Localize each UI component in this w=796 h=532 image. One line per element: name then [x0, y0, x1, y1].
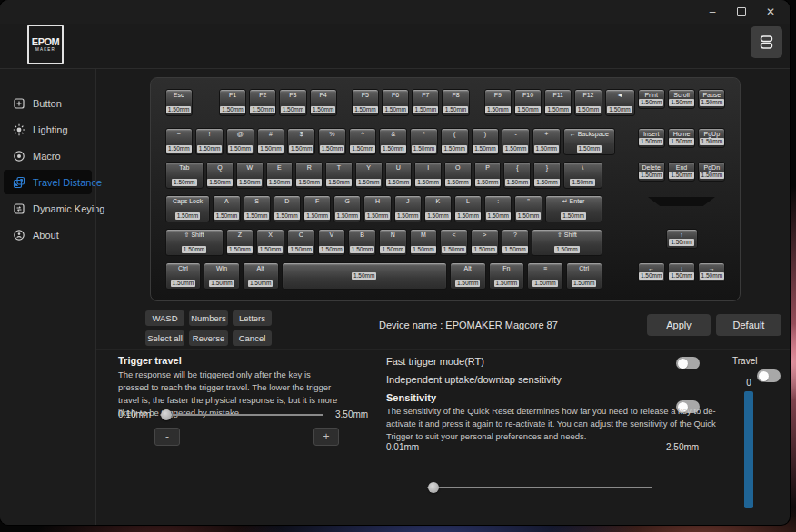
- key-dollar[interactable]: $1.50mm: [287, 128, 315, 155]
- key-f12[interactable]: F121.50mm: [574, 89, 602, 116]
- key-r[interactable]: R1.50mm: [295, 162, 323, 189]
- sensitivity-slider[interactable]: [427, 487, 652, 488]
- cancel-button[interactable]: Cancel: [233, 330, 272, 346]
- trigger-travel-slider[interactable]: [160, 414, 323, 416]
- key-delete[interactable]: Delete1.50mm: [638, 162, 665, 182]
- wasd-button[interactable]: WASD: [145, 310, 184, 326]
- trigger-travel-decrease-button[interactable]: -: [154, 428, 180, 446]
- key-pause[interactable]: Pause1.50mm: [698, 89, 725, 109]
- trigger-travel-slider-thumb[interactable]: [161, 409, 172, 420]
- key-insert[interactable]: Insert1.50mm: [638, 128, 665, 148]
- key-x[interactable]: X1.50mm: [256, 229, 284, 256]
- key-end[interactable]: End1.50mm: [668, 162, 695, 182]
- key-f[interactable]: F1.50mm: [303, 195, 331, 222]
- maximize-button[interactable]: [728, 2, 755, 22]
- key-greater[interactable]: >1.50mm: [471, 229, 499, 256]
- key-k[interactable]: K1.50mm: [424, 195, 452, 222]
- key-exclamation[interactable]: !1.50mm: [195, 128, 224, 155]
- key-shift-right[interactable]: ⇧ Shift1.50mm: [532, 229, 602, 256]
- key-arrow-down[interactable]: ↓1.50mm: [668, 262, 695, 282]
- key-home[interactable]: Home1.50mm: [668, 128, 695, 148]
- key-backspace[interactable]: ← Backspace1.50mm: [563, 128, 615, 155]
- key-tab[interactable]: Tab1.50mm: [165, 162, 204, 189]
- device-menu-button[interactable]: [751, 26, 782, 58]
- key-o[interactable]: O1.50mm: [444, 162, 472, 189]
- key-ctrl-right[interactable]: Ctrl1.50mm: [566, 262, 602, 290]
- key-f5[interactable]: F51.50mm: [352, 89, 379, 116]
- select-all-button[interactable]: Select all: [145, 330, 184, 346]
- key-y[interactable]: Y1.50mm: [355, 162, 383, 189]
- sidebar-item-lighting[interactable]: Lighting: [4, 117, 92, 142]
- key-i[interactable]: I1.50mm: [414, 162, 442, 189]
- letters-button[interactable]: Letters: [233, 310, 272, 326]
- key-s[interactable]: S1.50mm: [244, 195, 271, 222]
- trigger-travel-increase-button[interactable]: +: [313, 428, 339, 446]
- key-plus[interactable]: +1.50mm: [532, 128, 561, 155]
- key-n[interactable]: N1.50mm: [379, 229, 407, 256]
- key-scroll[interactable]: Scroll1.50mm: [668, 89, 695, 109]
- key-quote[interactable]: "1.50mm: [514, 195, 542, 222]
- travel-toggle[interactable]: [757, 369, 781, 382]
- numbers-button[interactable]: Numbers: [189, 310, 228, 326]
- key-f11[interactable]: F111.50mm: [544, 89, 572, 116]
- sidebar-item-dynamic-keying[interactable]: Dynamic Keying: [4, 196, 92, 221]
- key-c[interactable]: C1.50mm: [287, 229, 315, 256]
- minimize-button[interactable]: –: [699, 2, 726, 22]
- key-arrow-right[interactable]: →1.50mm: [698, 262, 725, 282]
- key-caret[interactable]: ^1.50mm: [349, 128, 377, 155]
- key-tilde[interactable]: ~1.50mm: [165, 128, 194, 155]
- key-paren-left[interactable]: (1.50mm: [441, 128, 469, 155]
- key-q[interactable]: Q1.50mm: [206, 162, 234, 189]
- key-m[interactable]: M1.50mm: [410, 229, 438, 256]
- key-arrow-up[interactable]: ↑1.50mm: [666, 229, 698, 249]
- key-w[interactable]: W1.50mm: [236, 162, 264, 189]
- key-f3[interactable]: F31.50mm: [279, 89, 306, 116]
- key-print[interactable]: Print1.50mm: [638, 89, 665, 109]
- key-paren-right[interactable]: )1.50mm: [472, 128, 500, 155]
- key-ampersand[interactable]: &1.50mm: [379, 128, 407, 155]
- key-f6[interactable]: F61.50mm: [382, 89, 409, 116]
- key-ctrl-left[interactable]: Ctrl1.50mm: [165, 262, 202, 290]
- key-u[interactable]: U1.50mm: [385, 162, 413, 189]
- key-win[interactable]: Win1.50mm: [204, 262, 240, 290]
- key-question[interactable]: ?1.50mm: [502, 229, 530, 256]
- key-f4[interactable]: F41.50mm: [310, 89, 337, 116]
- key-less[interactable]: <1.50mm: [440, 229, 468, 256]
- key-at[interactable]: @1.50mm: [226, 128, 254, 155]
- key-f7[interactable]: F71.50mm: [412, 89, 439, 116]
- default-button[interactable]: Default: [716, 314, 781, 336]
- key-l[interactable]: L1.50mm: [454, 195, 482, 222]
- key-b[interactable]: B1.50mm: [348, 229, 376, 256]
- key-enter[interactable]: ↵ Enter1.50mm: [545, 195, 602, 222]
- key-a[interactable]: A1.50mm: [213, 195, 240, 222]
- key-menu[interactable]: ≡1.50mm: [527, 262, 563, 290]
- key-mute[interactable]: ◄1.50mm: [605, 89, 635, 116]
- key-h[interactable]: H1.50mm: [363, 195, 391, 222]
- key-f2[interactable]: F21.50mm: [249, 89, 276, 116]
- key-f8[interactable]: F81.50mm: [442, 89, 469, 116]
- sidebar-item-travel-distance[interactable]: Travel Distance: [4, 170, 92, 194]
- sidebar-item-about[interactable]: About: [4, 222, 92, 247]
- key-arrow-left[interactable]: ←1.50mm: [638, 262, 665, 282]
- key-v[interactable]: V1.50mm: [318, 229, 346, 256]
- key-fn[interactable]: Fn1.50mm: [489, 262, 525, 290]
- key-caps-lock[interactable]: Caps Lock1.50mm: [165, 195, 211, 222]
- key-alt-right[interactable]: Alt1.50mm: [450, 262, 486, 290]
- key-f10[interactable]: F101.50mm: [514, 89, 542, 116]
- key-p[interactable]: P1.50mm: [474, 162, 502, 189]
- sidebar-item-button[interactable]: Button: [4, 91, 92, 115]
- key-e[interactable]: E1.50mm: [266, 162, 294, 189]
- key-pgup[interactable]: PgUp1.50mm: [698, 128, 725, 148]
- key-colon[interactable]: :1.50mm: [484, 195, 512, 222]
- key-brace-right[interactable]: }1.50mm: [533, 162, 561, 189]
- reverse-button[interactable]: Reverse: [189, 330, 228, 346]
- key-pgdn[interactable]: PgDn1.50mm: [698, 162, 725, 182]
- key-f1[interactable]: F11.50mm: [219, 89, 246, 116]
- key-backslash[interactable]: \1.50mm: [563, 162, 602, 189]
- key-space[interactable]: 1.50mm: [282, 262, 447, 290]
- fast-trigger-toggle[interactable]: [676, 357, 700, 369]
- key-t[interactable]: T1.50mm: [325, 162, 353, 189]
- key-f9[interactable]: F91.50mm: [484, 89, 512, 116]
- key-percent[interactable]: %1.50mm: [318, 128, 346, 155]
- key-g[interactable]: G1.50mm: [333, 195, 361, 222]
